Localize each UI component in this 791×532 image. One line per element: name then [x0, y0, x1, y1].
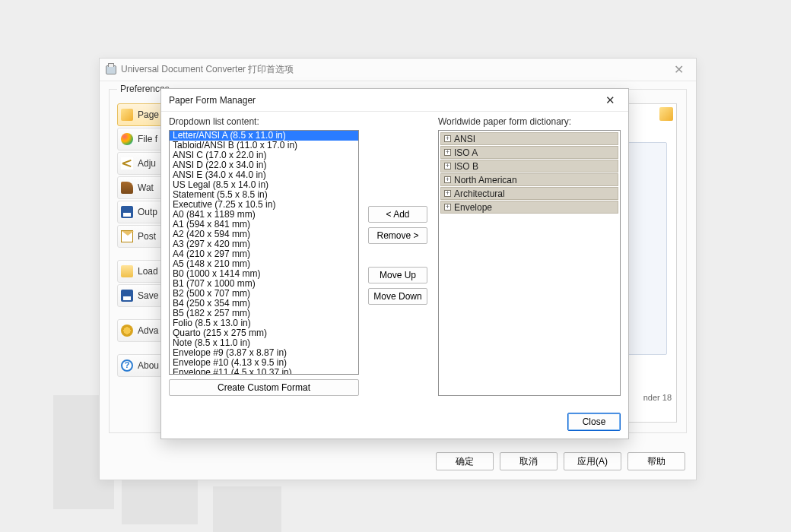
- apply-button[interactable]: 应用(A): [564, 452, 621, 470]
- background-decoration: [213, 486, 281, 532]
- sidebar-item-label: Save: [138, 290, 158, 301]
- sidebar-item-label: Abou: [138, 360, 159, 371]
- tree-node-label: Envelope: [454, 202, 492, 213]
- sidebar-item-label: Wat: [138, 182, 154, 193]
- paper-form-manager-dialog: Paper Form Manager ✕ Dropdown list conte…: [160, 88, 629, 439]
- create-custom-format-button[interactable]: Create Custom Format: [169, 379, 359, 396]
- ic-disk-icon: [121, 206, 133, 218]
- ic-mail-icon: [121, 230, 133, 242]
- help-button[interactable]: 帮助: [627, 452, 685, 470]
- ic-gear-icon: [121, 325, 133, 337]
- tree-node[interactable]: +ISO A: [440, 146, 618, 159]
- sidebar-item-label: Outp: [138, 207, 157, 217]
- tree-node[interactable]: +North American: [440, 173, 618, 186]
- dropdown-list-box[interactable]: Letter/ANSI A (8.5 x 11.0 in)Tabloid/ANS…: [169, 130, 359, 375]
- remove-button[interactable]: Remove >: [368, 227, 427, 244]
- sidebar-item-label: Load: [138, 266, 158, 277]
- sidebar-item-label: Adju: [138, 158, 156, 169]
- dropdown-list-label: Dropdown list content:: [169, 116, 259, 127]
- list-option[interactable]: Envelope #11 (4.5 x 10.37 in): [170, 368, 358, 375]
- expand-icon[interactable]: +: [444, 135, 451, 142]
- move-up-button[interactable]: Move Up: [368, 267, 427, 283]
- transfer-buttons: < Add Remove > Move Up Move Down: [368, 206, 427, 305]
- sidebar-item-label: File f: [138, 134, 157, 144]
- modal-title: Paper Form Manager: [169, 95, 256, 106]
- dictionary-tree[interactable]: +ANSI+ISO A+ISO B+North American+Archite…: [438, 130, 621, 396]
- expand-icon[interactable]: +: [444, 176, 451, 183]
- preferences-close-button[interactable]: ✕: [667, 62, 690, 77]
- sidebar-item-label: Adva: [138, 325, 158, 336]
- printer-icon: [106, 65, 116, 74]
- expand-icon[interactable]: +: [444, 190, 451, 197]
- tree-node[interactable]: +Architectural: [440, 187, 618, 200]
- ic-palette-icon: [121, 133, 133, 145]
- dictionary-label: Worldwide paper form dictionary:: [438, 116, 621, 127]
- expand-icon[interactable]: +: [444, 204, 451, 211]
- ic-scissors-icon: [121, 157, 133, 169]
- move-down-button[interactable]: Move Down: [368, 288, 427, 305]
- tree-node-label: Architectural: [454, 188, 505, 199]
- tree-node-label: ISO A: [454, 147, 478, 158]
- ic-brush-icon: [121, 182, 133, 194]
- tree-node-label: ISO B: [454, 161, 478, 172]
- tree-node[interactable]: +Envelope: [440, 201, 618, 214]
- tree-node[interactable]: +ANSI: [440, 132, 618, 145]
- ic-help-icon: [121, 359, 133, 372]
- modal-close-button[interactable]: ✕: [599, 93, 621, 107]
- expand-icon[interactable]: +: [444, 149, 451, 156]
- modal-titlebar[interactable]: Paper Form Manager ✕: [161, 89, 628, 112]
- dialog-button-row: 确定 取消 应用(A) 帮助: [436, 452, 685, 470]
- close-button[interactable]: Close: [567, 413, 621, 431]
- ic-folder-icon: [121, 265, 133, 277]
- preferences-titlebar[interactable]: Universal Document Converter 打印首选项 ✕: [100, 59, 696, 81]
- ok-button[interactable]: 确定: [436, 452, 494, 470]
- ic-disk-icon: [121, 290, 133, 302]
- ic-ruler-icon: [121, 109, 133, 121]
- tree-node-label: ANSI: [454, 134, 475, 144]
- sidebar-item-label: Page: [138, 109, 159, 120]
- add-button[interactable]: < Add: [368, 206, 427, 223]
- tree-node[interactable]: +ISO B: [440, 160, 618, 173]
- sidebar-item-label: Post: [138, 231, 156, 242]
- preferences-title: Universal Document Converter 打印首选项: [121, 63, 294, 76]
- preview-note: nder 18: [643, 393, 672, 402]
- tree-node-label: North American: [454, 175, 517, 185]
- expand-icon[interactable]: +: [444, 163, 451, 169]
- preview-ribbon-icon: [659, 107, 673, 121]
- cancel-button[interactable]: 取消: [500, 452, 558, 470]
